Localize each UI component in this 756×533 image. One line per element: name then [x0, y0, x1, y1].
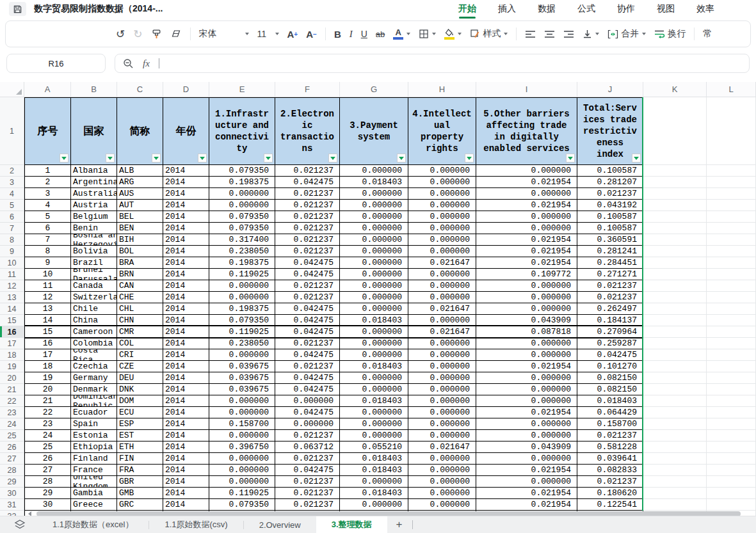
- cell-K13[interactable]: [643, 292, 707, 303]
- cell-F16[interactable]: 0.042475: [275, 326, 340, 338]
- cell-F14[interactable]: 0.042475: [275, 303, 340, 315]
- cell-K5[interactable]: [643, 200, 707, 211]
- cell-K22[interactable]: [643, 395, 707, 407]
- cell-C5[interactable]: AUT: [117, 200, 163, 211]
- cell-J5[interactable]: 0.043192: [577, 200, 643, 211]
- column-header-B[interactable]: B: [71, 82, 117, 97]
- cell-D28[interactable]: 2014: [163, 465, 209, 476]
- cell-G19[interactable]: 0.018403: [340, 361, 408, 372]
- cell-C10[interactable]: BRA: [117, 257, 163, 269]
- cell-J13[interactable]: 0.021237: [577, 292, 643, 303]
- cell-H16[interactable]: 0.021647: [408, 326, 476, 338]
- cell-G10[interactable]: 0.000000: [340, 257, 408, 269]
- row-header-8[interactable]: 8: [0, 234, 24, 246]
- cell-G16[interactable]: 0.000000: [340, 326, 408, 338]
- cell-C28[interactable]: FRA: [117, 465, 163, 476]
- cell-G27[interactable]: 0.018403: [340, 453, 408, 465]
- fill-color-button[interactable]: [444, 29, 462, 40]
- cell-L2[interactable]: [707, 165, 756, 177]
- cell-I7[interactable]: 0.000000: [476, 223, 577, 234]
- cell-H2[interactable]: 0.000000: [408, 165, 476, 177]
- font-size-select[interactable]: 11: [257, 29, 279, 39]
- cell-B25[interactable]: Estonia: [71, 430, 117, 442]
- sheet-tab-1.1原始数据(csv)[interactable]: 1.1原始数据(csv): [149, 516, 243, 533]
- cell-I27[interactable]: 0.000000: [476, 453, 577, 465]
- cell-F24[interactable]: 0.000000: [275, 418, 340, 430]
- cell-D23[interactable]: 2014: [163, 407, 209, 418]
- cell-E25[interactable]: 0.000000: [209, 430, 275, 442]
- cell-E29[interactable]: 0.000000: [209, 476, 275, 488]
- cell-K20[interactable]: [643, 372, 707, 384]
- cell-A27[interactable]: 26: [24, 453, 71, 465]
- cell-E27[interactable]: 0.000000: [209, 453, 275, 465]
- cell-E9[interactable]: 0.238050: [209, 246, 275, 257]
- cell-C26[interactable]: ETH: [117, 442, 163, 453]
- cell-I23[interactable]: 0.021954: [476, 407, 577, 418]
- cell-J22[interactable]: 0.018403: [577, 395, 643, 407]
- cell-D11[interactable]: 2014: [163, 269, 209, 280]
- cell-H28[interactable]: 0.000000: [408, 465, 476, 476]
- wrap-text-button[interactable]: 换行: [654, 28, 686, 40]
- cell-E2[interactable]: 0.079350: [209, 165, 275, 177]
- cell-B20[interactable]: Germany: [71, 372, 117, 384]
- cell-G5[interactable]: 0.000000: [340, 200, 408, 211]
- cell-F19[interactable]: 0.021237: [275, 361, 340, 372]
- cell-J23[interactable]: 0.064429: [577, 407, 643, 418]
- cell-C7[interactable]: BEN: [117, 223, 163, 234]
- cell-B26[interactable]: Ethiopia: [71, 442, 117, 453]
- menu-tab-插入[interactable]: 插入: [497, 1, 517, 17]
- cell-H3[interactable]: 0.000000: [408, 177, 476, 188]
- cell-E23[interactable]: 0.000000: [209, 407, 275, 418]
- cell-L24[interactable]: [707, 418, 756, 430]
- cell-C30[interactable]: GMB: [117, 488, 163, 499]
- cell-D15[interactable]: 2014: [163, 315, 209, 326]
- cell-F22[interactable]: 0.000000: [275, 395, 340, 407]
- align-center-button[interactable]: [544, 30, 555, 38]
- cell-B17[interactable]: Colombia: [71, 338, 117, 349]
- cell-L17[interactable]: [707, 338, 756, 349]
- cell-G3[interactable]: 0.018403: [340, 177, 408, 188]
- cell-L23[interactable]: [707, 407, 756, 418]
- cell-C22[interactable]: DOM: [117, 395, 163, 407]
- row-header-31[interactable]: 31: [0, 499, 24, 511]
- cell-G7[interactable]: 0.000000: [340, 223, 408, 234]
- cell-E10[interactable]: 0.198375: [209, 257, 275, 269]
- cell-H21[interactable]: 0.000000: [408, 384, 476, 395]
- cell-I12[interactable]: 0.000000: [476, 280, 577, 292]
- cell-B5[interactable]: Austria: [71, 200, 117, 211]
- row-header-2[interactable]: 2: [0, 165, 24, 177]
- cell-L1[interactable]: [707, 97, 756, 165]
- cell-I30[interactable]: 0.021954: [476, 488, 577, 499]
- cell-L14[interactable]: [707, 303, 756, 315]
- cell-G13[interactable]: 0.000000: [340, 292, 408, 303]
- cell-F6[interactable]: 0.021237: [275, 211, 340, 223]
- cell-D6[interactable]: 2014: [163, 211, 209, 223]
- cell-H5[interactable]: 0.000000: [408, 200, 476, 211]
- cell-A26[interactable]: 25: [24, 442, 71, 453]
- column-header-A[interactable]: A: [24, 82, 71, 97]
- cell-E30[interactable]: 0.119025: [209, 488, 275, 499]
- cell-B22[interactable]: Dominican Republic: [71, 395, 117, 407]
- cell-F11[interactable]: 0.042475: [275, 269, 340, 280]
- font-color-button[interactable]: A: [393, 28, 410, 40]
- row-header-17[interactable]: 17: [0, 338, 24, 349]
- strikethrough-button[interactable]: ab: [376, 29, 385, 39]
- cell-I13[interactable]: 0.000000: [476, 292, 577, 303]
- cell-B19[interactable]: Czechia: [71, 361, 117, 372]
- cell-F23[interactable]: 0.042475: [275, 407, 340, 418]
- cell-G28[interactable]: 0.018403: [340, 465, 408, 476]
- cell-J16[interactable]: 0.270964: [577, 326, 643, 338]
- row-header-30[interactable]: 30: [0, 488, 24, 499]
- cell-E18[interactable]: 0.000000: [209, 349, 275, 361]
- save-icon[interactable]: [9, 2, 26, 16]
- cell-E14[interactable]: 0.198375: [209, 303, 275, 315]
- cell-G21[interactable]: 0.000000: [340, 384, 408, 395]
- cell-G24[interactable]: 0.000000: [340, 418, 408, 430]
- cell-H27[interactable]: 0.000000: [408, 453, 476, 465]
- cell-B27[interactable]: Finland: [71, 453, 117, 465]
- sheet-tab-1.1原始数据（excel）[interactable]: 1.1原始数据（excel）: [37, 516, 149, 533]
- cell-L5[interactable]: [707, 200, 756, 211]
- cell-I5[interactable]: 0.021954: [476, 200, 577, 211]
- cell-F9[interactable]: 0.021237: [275, 246, 340, 257]
- cell-C12[interactable]: CAN: [117, 280, 163, 292]
